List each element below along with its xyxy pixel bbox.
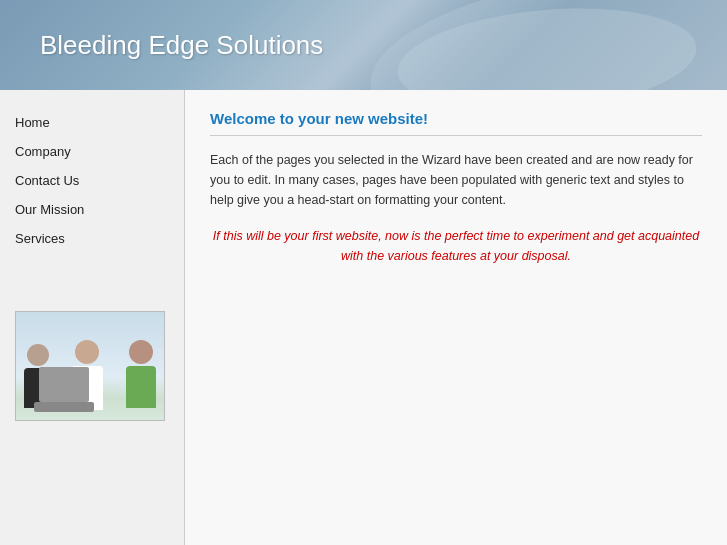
person-head <box>75 340 99 364</box>
section-divider <box>210 135 702 136</box>
team-photo <box>15 311 165 421</box>
site-title: Bleeding Edge Solutions <box>0 30 323 61</box>
site-header: Bleeding Edge Solutions <box>0 0 727 90</box>
welcome-heading: Welcome to your new website! <box>210 110 702 127</box>
person-head <box>27 344 49 366</box>
intro-paragraph: Each of the pages you selected in the Wi… <box>210 150 702 210</box>
sidebar-item-home[interactable]: Home <box>15 110 169 135</box>
person-right <box>126 340 156 408</box>
sidebar: HomeCompanyContact UsOur MissionServices <box>0 90 185 545</box>
sidebar-item-our-mission[interactable]: Our Mission <box>15 197 169 222</box>
laptop-prop <box>34 402 94 412</box>
sidebar-item-contact-us[interactable]: Contact Us <box>15 168 169 193</box>
sidebar-item-services[interactable]: Services <box>15 226 169 251</box>
person-body <box>126 366 156 408</box>
main-wrapper: HomeCompanyContact UsOur MissionServices <box>0 90 727 545</box>
sidebar-item-company[interactable]: Company <box>15 139 169 164</box>
person-head <box>129 340 153 364</box>
main-content: Welcome to your new website! Each of the… <box>185 90 727 545</box>
sidebar-image <box>15 311 165 421</box>
sidebar-nav: HomeCompanyContact UsOur MissionServices <box>15 110 169 251</box>
highlight-paragraph: If this will be your first website, now … <box>210 226 702 266</box>
